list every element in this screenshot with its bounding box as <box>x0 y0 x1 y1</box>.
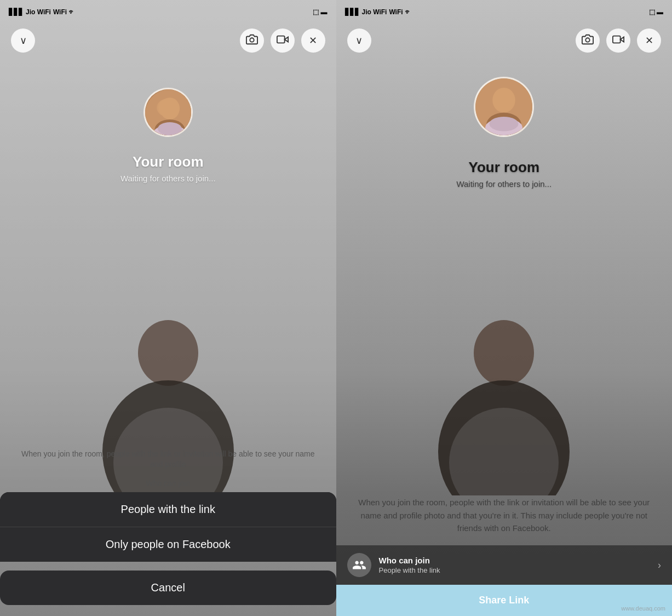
action-sheet-left: People with the link Only people on Face… <box>0 492 336 562</box>
carrier-name-left: Jio WiFi <box>26 8 51 16</box>
svg-point-11 <box>474 320 534 386</box>
avatar-left <box>143 88 193 137</box>
close-button-left[interactable]: ✕ <box>301 28 325 53</box>
svg-point-4 <box>160 98 180 119</box>
svg-point-7 <box>158 122 182 135</box>
who-can-join-bar[interactable]: Who can join People with the link › <box>336 545 673 585</box>
room-info-left: Your room Waiting for others to join... <box>0 153 336 183</box>
svg-point-0 <box>138 320 198 386</box>
svg-point-8 <box>250 38 254 42</box>
carrier-name-right: Jio WiFi <box>362 8 387 16</box>
status-bar-right: ▋▋▋ Jio WiFi WiFi ᯤ ⬚ ▬ <box>336 0 673 24</box>
signal-bars-right: ▋▋▋ <box>345 8 360 16</box>
room-info-right: Your room Waiting for others to join... <box>336 159 673 189</box>
signal-bars-left: ▋▋▋ <box>9 8 24 16</box>
person-silhouette-right <box>427 320 581 495</box>
camera-icon-left <box>246 33 258 48</box>
battery-area-right: ⬚ ▬ <box>649 8 663 16</box>
battery-area-left: ⬚ ▬ <box>313 8 327 16</box>
svg-point-19 <box>585 38 589 42</box>
who-can-join-label-left: Who can join <box>0 479 336 492</box>
chevron-down-icon-left: ∨ <box>20 35 27 47</box>
svg-rect-21 <box>613 36 621 43</box>
svg-point-15 <box>492 88 515 112</box>
camera-switch-button-right[interactable] <box>576 28 600 53</box>
bottom-content-left: When you join the room, people with the … <box>0 440 336 616</box>
wifi-icon-left: WiFi ᯤ <box>53 8 76 16</box>
info-text-right: When you join the room, people with the … <box>336 487 673 545</box>
carrier-right: ▋▋▋ Jio WiFi WiFi ᯤ <box>345 8 411 16</box>
room-subtitle-left: Waiting for others to join... <box>0 174 336 183</box>
bottom-content-right: When you join the room, people with the … <box>336 487 673 616</box>
close-icon-right: ✕ <box>645 35 653 47</box>
left-panel: ▋▋▋ Jio WiFi WiFi ᯤ ⬚ ▬ ∨ <box>0 0 336 616</box>
chevron-down-icon-right: ∨ <box>355 35 363 47</box>
only-facebook-option[interactable]: Only people on Facebook <box>0 527 336 562</box>
info-text-left: When you join the room, people with the … <box>0 440 336 479</box>
video-icon-right <box>612 33 624 48</box>
chevron-down-button-left[interactable]: ∨ <box>11 28 35 53</box>
video-button-right[interactable] <box>606 28 630 53</box>
room-title-right: Your room <box>336 159 673 176</box>
wifi-icon-right: WiFi ᯤ <box>389 8 411 16</box>
who-can-join-subtitle: People with the link <box>379 566 658 574</box>
top-controls-right: ∨ ✕ <box>336 24 673 57</box>
close-icon-left: ✕ <box>309 35 317 47</box>
watermark: www.deuaq.com <box>621 605 665 612</box>
who-can-join-icon <box>347 553 371 577</box>
video-button-left[interactable] <box>271 28 295 53</box>
who-can-join-text: Who can join People with the link <box>379 556 658 574</box>
battery-icon-left: ⬚ ▬ <box>313 8 327 16</box>
people-with-link-option[interactable]: People with the link <box>0 492 336 527</box>
right-panel: ▋▋▋ Jio WiFi WiFi ᯤ ⬚ ▬ ∨ <box>336 0 673 616</box>
status-bar-left: ▋▋▋ Jio WiFi WiFi ᯤ ⬚ ▬ <box>0 0 336 24</box>
avatar-right <box>474 77 534 137</box>
svg-marker-20 <box>621 37 624 42</box>
camera-icon-right <box>582 33 594 48</box>
battery-icon-right: ⬚ ▬ <box>649 8 663 16</box>
chevron-down-button-right[interactable]: ∨ <box>347 28 371 53</box>
video-icon-left <box>277 33 289 48</box>
room-subtitle-right: Waiting for others to join... <box>336 179 673 189</box>
top-controls-left: ∨ ✕ <box>0 24 336 57</box>
cancel-button-left[interactable]: Cancel <box>0 571 336 605</box>
svg-marker-9 <box>284 37 288 42</box>
who-can-join-title: Who can join <box>379 556 658 565</box>
camera-switch-button-left[interactable] <box>240 28 264 53</box>
close-button-right[interactable]: ✕ <box>637 28 661 53</box>
svg-rect-10 <box>277 36 284 43</box>
cancel-wrapper: Cancel <box>0 562 336 616</box>
carrier-left: ▋▋▋ Jio WiFi WiFi ᯤ <box>9 8 75 16</box>
svg-point-18 <box>490 117 519 131</box>
room-title-left: Your room <box>0 153 336 170</box>
chevron-right-icon: › <box>658 560 661 571</box>
